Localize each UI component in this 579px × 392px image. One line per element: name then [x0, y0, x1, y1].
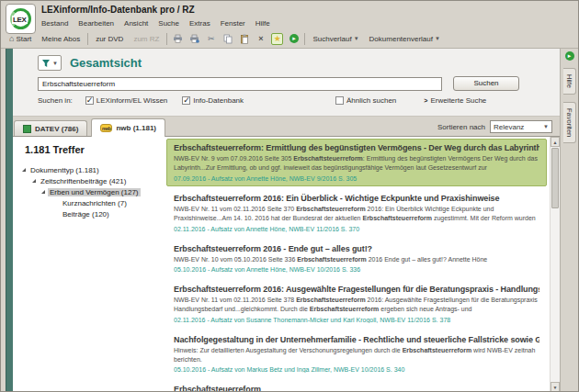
menu-suche[interactable]: Suche — [158, 19, 179, 28]
dokumentenverlauf-button[interactable]: Dokumentenverlauf▼ — [367, 33, 443, 45]
result-title: Erbschaftsteuerreform — [174, 385, 539, 392]
menu-hilfe[interactable]: Hilfe — [255, 19, 270, 28]
scope-label: Suchen in: — [38, 96, 73, 105]
result-meta-link[interactable]: 05.10.2016 - Aufsatz von Annette Höne, N… — [174, 266, 539, 273]
menu-bearbeiten[interactable]: Bearbeiten — [78, 19, 114, 28]
result-title: Erbschaftsteuerreform: Ermittlung des be… — [174, 143, 539, 152]
zur-dvd-button[interactable]: zur DVD — [93, 33, 126, 45]
toolbar-separator — [166, 33, 167, 45]
result-item[interactable]: Erbschaftsteuerreform 2016: Ein Überblic… — [166, 189, 547, 237]
menubar: Bestand Bearbeiten Ansicht Suche Extras … — [1, 17, 578, 29]
tree-item-erben-und-vermoegen[interactable]: Erben und Vermögen (127) — [13, 186, 163, 197]
scope-option-label: LEXinform/EL Wissen — [96, 96, 168, 105]
scrollbar-thumb[interactable] — [551, 148, 559, 208]
app-window: LEX LEXinform/Info-Datenbank pro / RZ Be… — [0, 0, 579, 392]
scope-option-label: Info-Datenbank — [193, 96, 244, 105]
printer-icon[interactable] — [172, 33, 184, 45]
tree-item-dokumenttyp[interactable]: Dokumenttyp (1.181) — [13, 164, 163, 175]
scrollbar-track[interactable] — [551, 209, 560, 382]
meine-abos-button[interactable]: Meine Abos — [39, 33, 83, 45]
rail-green-icon[interactable]: ▸ — [565, 51, 574, 61]
result-snippet: NWB-EV Nr. 11 vom 02.11.2016 Seite 378 E… — [174, 296, 539, 315]
result-item[interactable]: Erbschaftsteuerreform 2016 - Ende gut – … — [166, 240, 547, 277]
sort-label: Sortieren nach — [437, 123, 485, 131]
content-area: ▼ Gesamtsicht Suchen Suchen in: LEXinfor… — [1, 49, 578, 392]
filter-button[interactable]: ▼ — [38, 55, 62, 71]
result-title: Erbschaftsteuerreform 2016: Ausgewählte … — [174, 285, 539, 294]
result-title: Nachfolgegestaltung in der Unternehmerfa… — [174, 335, 539, 344]
result-title: Erbschaftsteuerreform 2016: Ein Überblic… — [174, 194, 539, 203]
result-meta-link[interactable]: 02.11.2016 - Aufsatz von Annette Höne, N… — [174, 226, 539, 232]
chevron-down-icon: ▼ — [435, 36, 440, 41]
source-tabstrip: DATEV (786) nwb nwb (1.181) Sortieren na… — [13, 117, 560, 137]
result-meta-link[interactable]: 07.09.2016 - Aufsatz von Annette Höne, N… — [174, 175, 539, 182]
cut-icon[interactable]: ✂ — [205, 33, 217, 45]
checkbox-info-datenbank[interactable] — [182, 96, 190, 105]
result-item[interactable]: Erbschaftsteuerreform: Ermittlung des be… — [166, 139, 547, 186]
result-title: Erbschaftsteuerreform 2016 - Ende gut – … — [174, 244, 539, 253]
advanced-search-link[interactable]: > Erweiterte Suche — [424, 96, 486, 105]
nwb-tab-icon: nwb — [100, 124, 112, 132]
toolbar: ⌂ Start Meine Abos zur DVD zum RZ ✂ × ★ … — [1, 29, 578, 49]
go-icon[interactable]: ▸ — [288, 33, 300, 45]
chevron-down-icon: ▼ — [52, 61, 58, 66]
tree-expand-icon[interactable] — [41, 190, 45, 194]
datev-tab-icon — [23, 125, 31, 133]
result-item[interactable]: Erbschaftsteuerreform Online-Beitrag vom… — [166, 380, 547, 392]
facet-tree-panel: 1.181 Treffer Dokumenttyp (1.181) Zeitsc… — [13, 137, 163, 392]
start-button[interactable]: ⌂ Start — [6, 32, 34, 45]
result-count: 1.181 Treffer — [25, 144, 163, 155]
menu-fenster[interactable]: Fenster — [221, 19, 245, 28]
result-snippet: NWB-EV Nr. 11 vom 02.11.2016 Seite 370 E… — [174, 205, 539, 224]
tab-favoriten-vertical[interactable]: Favoriten — [563, 102, 576, 143]
sort-select[interactable]: Relevanz ▼ — [490, 120, 552, 133]
tab-datev[interactable]: DATEV (786) — [14, 120, 87, 136]
scroll-down-icon[interactable]: ▼ — [551, 382, 560, 392]
tree-expand-icon[interactable] — [32, 179, 36, 183]
results-scrollbar[interactable]: ▲ ▼ — [550, 137, 560, 392]
result-item[interactable]: Erbschaftsteuerreform 2016: Ausgewählte … — [166, 280, 547, 328]
similar-label: Ähnlich suchen — [346, 96, 396, 105]
menu-bestand[interactable]: Bestand — [41, 19, 68, 28]
suchverlauf-button[interactable]: Suchverlauf▼ — [310, 33, 361, 45]
toolbar-separator — [304, 33, 305, 45]
view-title: Gesamtsicht — [70, 56, 142, 70]
result-meta-link[interactable]: 02.11.2016 - Aufsatz von Susanne Thonema… — [174, 317, 539, 323]
tree-item-beitraege[interactable]: Beiträge (120) — [13, 208, 163, 219]
delete-icon[interactable]: × — [255, 33, 267, 45]
lex-logo-text: LEX — [12, 16, 28, 24]
left-accent-stripe — [6, 49, 13, 392]
result-snippet: NWB-EV Nr. 10 vom 05.10.2016 Seite 336 E… — [174, 255, 539, 264]
favorites-star-icon[interactable]: ★ — [271, 33, 283, 45]
scroll-up-icon[interactable]: ▲ — [551, 137, 560, 147]
tree-expand-icon[interactable] — [22, 168, 26, 172]
lex-logo: LEX — [6, 4, 36, 34]
paste-icon[interactable] — [238, 33, 250, 45]
result-item[interactable]: Nachfolgegestaltung in der Unternehmerfa… — [166, 330, 547, 377]
printer-settings-icon[interactable] — [188, 33, 200, 45]
filter-icon — [41, 59, 51, 68]
tree-item-zeitschriftenbeitraege[interactable]: Zeitschriftenbeiträge (421) — [13, 175, 163, 186]
result-snippet: Hinweis: Zur detaillierten Ausgestaltung… — [174, 346, 539, 364]
tab-nwb[interactable]: nwb nwb (1.181) — [91, 118, 165, 137]
toolbar-separator — [87, 33, 88, 45]
chevron-down-icon: ▼ — [354, 36, 359, 41]
advanced-arrow-icon: > — [424, 97, 427, 104]
zum-rz-button: zum RZ — [131, 33, 162, 45]
menu-extras[interactable]: Extras — [189, 19, 210, 28]
tab-hilfe-vertical[interactable]: Hilfe — [563, 68, 576, 95]
search-input[interactable] — [38, 77, 442, 91]
result-snippet: NWB-EV Nr. 9 vom 07.09.2016 Seite 305 Er… — [174, 154, 539, 174]
result-list: Erbschaftsteuerreform: Ermittlung des be… — [163, 137, 550, 392]
checkbox-aehnlich-suchen[interactable] — [335, 96, 344, 105]
right-rail: ▸ Hilfe Favoriten — [560, 49, 578, 392]
search-panel: ▼ Gesamtsicht Suchen Suchen in: LEXinfor… — [13, 49, 560, 117]
tree-item-kurznachrichten[interactable]: Kurznachrichten (7) — [13, 197, 163, 208]
copy-icon[interactable] — [221, 33, 233, 45]
checkbox-lexinform-el-wissen[interactable] — [85, 96, 94, 105]
search-button[interactable]: Suchen — [453, 76, 519, 91]
result-meta-link[interactable]: 05.10.2016 - Aufsatz von Markus Betz und… — [174, 366, 539, 373]
menu-ansicht[interactable]: Ansicht — [124, 19, 148, 28]
home-icon: ⌂ — [9, 34, 14, 43]
chevron-down-icon: ▼ — [543, 124, 549, 129]
